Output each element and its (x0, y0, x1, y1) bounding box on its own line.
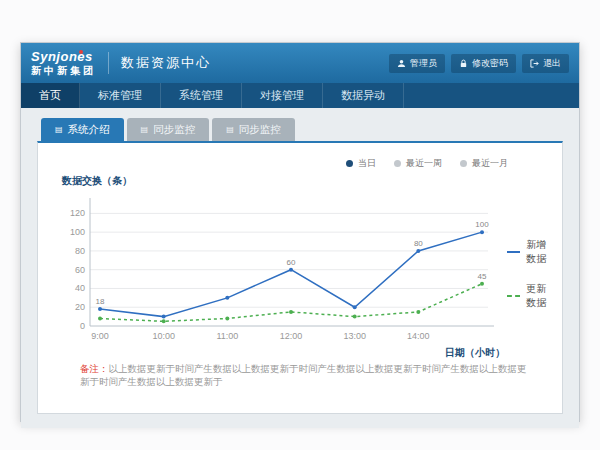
svg-text:80: 80 (75, 246, 85, 256)
svg-text:80: 80 (414, 239, 423, 248)
legend-line-dashed-icon (507, 295, 520, 297)
svg-text:40: 40 (75, 283, 85, 293)
user-icon (397, 59, 406, 68)
svg-text:18: 18 (96, 297, 105, 306)
svg-text:100: 100 (475, 220, 489, 229)
lock-icon (459, 59, 468, 68)
chart-svg: 0204060801001209:0010:0011:0012:0013:001… (54, 190, 499, 358)
legend-item-new-data[interactable]: 新增数据 (507, 238, 548, 266)
footnote-prefix: 备注： (80, 363, 109, 374)
change-password-button[interactable]: 修改密码 (451, 54, 516, 73)
svg-text:100: 100 (70, 227, 85, 237)
legend-line-solid-icon (507, 251, 520, 253)
svg-text:10:00: 10:00 (152, 331, 175, 341)
logout-label: 退出 (543, 57, 561, 70)
legend-label: 更新数据 (526, 282, 548, 310)
chart-row: 0204060801001209:0010:0011:0012:0013:001… (54, 190, 548, 362)
svg-text:0: 0 (80, 321, 85, 331)
y-axis-title: 数据交换（条） (62, 174, 548, 188)
svg-text:9:00: 9:00 (91, 331, 109, 341)
svg-text:20: 20 (75, 302, 85, 312)
admin-user-label: 管理员 (410, 57, 437, 70)
app-window: Synjones 新中新集团 数据资源中心 管理员 修改密码 (20, 42, 580, 422)
svg-text:60: 60 (75, 265, 85, 275)
svg-text:60: 60 (287, 258, 296, 267)
filter-dot-icon (460, 160, 467, 167)
logo-text: Synjones (31, 50, 96, 63)
filter-label: 最近一月 (472, 157, 508, 170)
nav-item-system-mgmt[interactable]: 系统管理 (161, 83, 242, 108)
footnote: 备注：以上数据更新于时间产生数据以上数据更新于时间产生数据以上数据更新于时间产生… (54, 362, 548, 405)
tab-label: 同步监控 (153, 123, 195, 137)
filter-last-week[interactable]: 最近一周 (394, 157, 442, 170)
filter-label: 当日 (358, 157, 376, 170)
svg-text:13:00: 13:00 (343, 331, 366, 341)
svg-text:11:00: 11:00 (216, 331, 238, 341)
svg-text:45: 45 (478, 272, 487, 281)
admin-user-button[interactable]: 管理员 (389, 54, 445, 73)
change-password-label: 修改密码 (472, 57, 508, 70)
tab-bar: ▤ 系统介绍 ▤ 同步监控 ▤ 同步监控 (41, 118, 563, 141)
filter-label: 最近一周 (406, 157, 442, 170)
time-range-filters: 当日 最近一周 最近一月 (54, 153, 548, 170)
nav-item-data-change[interactable]: 数据异动 (323, 83, 404, 108)
content-area: ▤ 系统介绍 ▤ 同步监控 ▤ 同步监控 当日 (21, 108, 579, 428)
logout-icon (530, 59, 539, 68)
svg-text:120: 120 (70, 208, 85, 218)
nav-item-integration-mgmt[interactable]: 对接管理 (242, 83, 323, 108)
legend-label: 新增数据 (526, 238, 548, 266)
logo[interactable]: Synjones 新中新集团 (31, 50, 96, 76)
nav-item-standard-mgmt[interactable]: 标准管理 (80, 83, 161, 108)
tab-sync-monitor-1[interactable]: ▤ 同步监控 (127, 118, 210, 141)
filter-last-month[interactable]: 最近一月 (460, 157, 508, 170)
header-actions: 管理员 修改密码 退出 (389, 54, 569, 73)
tab-label: 系统介绍 (68, 123, 110, 137)
svg-text:12:00: 12:00 (280, 331, 303, 341)
filter-dot-icon (346, 160, 353, 167)
tab-system-intro[interactable]: ▤ 系统介绍 (41, 118, 124, 141)
header-divider (108, 52, 109, 74)
filter-today[interactable]: 当日 (346, 157, 376, 170)
logo-company-name: 新中新集团 (31, 66, 96, 76)
chart-legend: 新增数据 更新数据 (507, 238, 548, 362)
page-title: 数据资源中心 (121, 54, 211, 72)
legend-item-updated-data[interactable]: 更新数据 (507, 282, 548, 310)
tab-sync-monitor-2[interactable]: ▤ 同步监控 (212, 118, 295, 141)
chart-card-inner: 当日 最近一周 最近一月 数据交换（条） 0204060801001209:00… (38, 143, 562, 413)
filter-dot-icon (394, 160, 401, 167)
main-nav: 首页 标准管理 系统管理 对接管理 数据异动 (21, 83, 579, 108)
nav-item-home[interactable]: 首页 (21, 83, 80, 108)
tab-grid-icon: ▤ (55, 126, 63, 134)
line-chart: 0204060801001209:0010:0011:0012:0013:001… (54, 190, 499, 362)
chart-card: 当日 最近一周 最近一月 数据交换（条） 0204060801001209:00… (37, 141, 563, 414)
tab-grid-icon: ▤ (226, 126, 234, 134)
tab-grid-icon: ▤ (141, 126, 149, 134)
logout-button[interactable]: 退出 (522, 54, 569, 73)
x-axis-title: 日期（小时） (445, 346, 505, 360)
logo-accent-dot (79, 50, 83, 54)
svg-text:14:00: 14:00 (407, 331, 430, 341)
tab-label: 同步监控 (239, 123, 281, 137)
footnote-text: 以上数据更新于时间产生数据以上数据更新于时间产生数据以上数据更新于时间产生数据以… (80, 363, 527, 387)
header: Synjones 新中新集团 数据资源中心 管理员 修改密码 (21, 43, 579, 83)
